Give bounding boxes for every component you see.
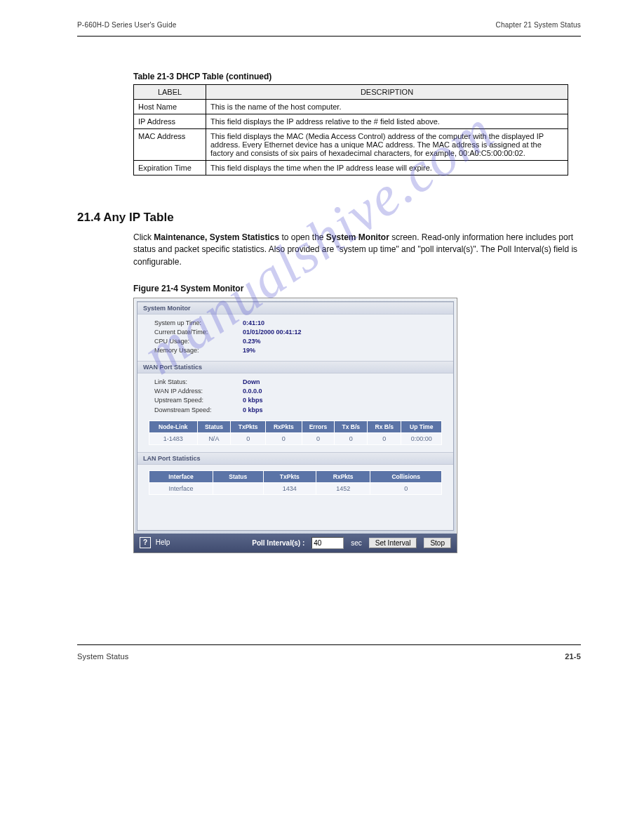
value-cpu: 0.23% bbox=[243, 337, 261, 346]
value-mem: 19% bbox=[243, 346, 255, 355]
label-mem: Memory Usage: bbox=[154, 346, 239, 355]
value-datetime: 01/01/2000 00:41:12 bbox=[243, 328, 302, 337]
label-downstream: Downstream Speed: bbox=[154, 406, 239, 415]
help-icon: ? bbox=[140, 537, 151, 548]
lan-stats-table: Interface Status TxPkts RxPkts Collision… bbox=[149, 470, 442, 495]
table-caption: Table 21-3 DHCP Table (continued) bbox=[133, 72, 581, 81]
system-monitor-screenshot: System Monitor System up Time:0:41:10 Cu… bbox=[133, 298, 457, 552]
body-bold: Maintenance, System Statistics bbox=[154, 232, 279, 242]
panel-header-wan: WAN Port Statistics bbox=[137, 361, 453, 373]
wan-th: TxPkts bbox=[231, 421, 266, 432]
wan-th: Node-Link bbox=[149, 421, 198, 432]
header-right: Chapter 21 System Status bbox=[495, 21, 581, 29]
panel-header-system-monitor: System Monitor bbox=[137, 302, 453, 315]
value-link-status: Down bbox=[243, 378, 260, 387]
stop-button[interactable]: Stop bbox=[424, 538, 451, 548]
poll-interval-unit: sec bbox=[351, 539, 362, 547]
wan-td: 0:00:00 bbox=[401, 432, 442, 444]
lan-td bbox=[213, 482, 263, 494]
wan-td: 0 bbox=[368, 432, 401, 444]
cell-desc: This field displays the IP address relat… bbox=[206, 114, 568, 129]
footer-left: System Status bbox=[77, 652, 129, 661]
page-footer: System Status 21-5 bbox=[77, 652, 581, 661]
th-label: LABEL bbox=[134, 85, 206, 100]
label-wan-ip: WAN IP Address: bbox=[154, 387, 239, 396]
wan-td: 0 bbox=[302, 432, 335, 444]
lan-th: RxPkts bbox=[316, 470, 370, 482]
table-row: IP Address This field displays the IP ad… bbox=[134, 114, 568, 129]
lan-td: 1434 bbox=[263, 482, 316, 494]
footer-right: 21-5 bbox=[565, 652, 581, 661]
set-interval-button[interactable]: Set Interval bbox=[369, 538, 417, 548]
label-cpu: CPU Usage: bbox=[154, 337, 239, 346]
value-wan-ip: 0.0.0.0 bbox=[243, 387, 262, 396]
section-body: Click Maintenance, System Statistics to … bbox=[133, 232, 581, 268]
bottom-toolbar: ? Help Poll Interval(s) : sec Set Interv… bbox=[134, 534, 457, 552]
wan-td: 0 bbox=[266, 432, 302, 444]
lan-row: Interface 1434 1452 0 bbox=[149, 482, 442, 494]
label-link-status: Link Status: bbox=[154, 378, 239, 387]
body-text: to open the bbox=[281, 232, 326, 242]
wan-th: Status bbox=[197, 421, 230, 432]
poll-interval-input[interactable] bbox=[311, 537, 344, 549]
value-upstream: 0 kbps bbox=[243, 396, 263, 405]
help-link[interactable]: ? Help bbox=[140, 537, 170, 548]
label-sys-uptime: System up Time: bbox=[154, 319, 239, 328]
wan-td: 0 bbox=[335, 432, 368, 444]
cell-label: IP Address bbox=[134, 114, 206, 129]
table-row: MAC Address This field displays the MAC … bbox=[134, 129, 568, 161]
poll-interval-label: Poll Interval(s) : bbox=[252, 539, 304, 547]
wan-th: RxPkts bbox=[266, 421, 302, 432]
body-text: Click bbox=[133, 232, 154, 242]
lan-th: Status bbox=[213, 470, 263, 482]
table-row: Host Name This is the name of the host c… bbox=[134, 100, 568, 114]
body-bold: System Monitor bbox=[326, 232, 389, 242]
th-desc: DESCRIPTION bbox=[206, 85, 568, 100]
section-heading: 21.4 Any IP Table bbox=[77, 211, 581, 225]
wan-td: 1-1483 bbox=[149, 432, 198, 444]
table-row: Expiration Time This field displays the … bbox=[134, 161, 568, 176]
panel-header-lan: LAN Port Statistics bbox=[137, 452, 453, 465]
wan-row: 1-1483 N/A 0 0 0 0 0 0:00:00 bbox=[149, 432, 442, 444]
header-rule bbox=[77, 36, 581, 37]
header-left: P-660H-D Series User's Guide bbox=[77, 21, 176, 29]
lan-th: Collisions bbox=[370, 470, 442, 482]
lan-th: TxPkts bbox=[263, 470, 316, 482]
wan-th: Tx B/s bbox=[335, 421, 368, 432]
wan-th: Rx B/s bbox=[368, 421, 401, 432]
lan-td: 1452 bbox=[316, 482, 370, 494]
cell-label: MAC Address bbox=[134, 129, 206, 161]
label-datetime: Current Date/Time: bbox=[154, 328, 239, 337]
cell-desc: This field displays the time when the IP… bbox=[206, 161, 568, 176]
footer-rule bbox=[77, 644, 581, 645]
lan-td: Interface bbox=[149, 482, 213, 494]
value-downstream: 0 kbps bbox=[243, 406, 263, 415]
figure-caption: Figure 21-4 System Monitor bbox=[133, 284, 581, 293]
label-upstream: Upstream Speed: bbox=[154, 396, 239, 405]
wan-td: N/A bbox=[197, 432, 230, 444]
value-sys-uptime: 0:41:10 bbox=[243, 319, 264, 328]
lan-th: Interface bbox=[149, 470, 213, 482]
lan-td: 0 bbox=[370, 482, 442, 494]
wan-th: Errors bbox=[302, 421, 335, 432]
help-label: Help bbox=[156, 538, 170, 546]
wan-th: Up Time bbox=[401, 421, 442, 432]
page-header: P-660H-D Series User's Guide Chapter 21 … bbox=[77, 21, 581, 29]
wan-stats-table: Node-Link Status TxPkts RxPkts Errors Tx… bbox=[149, 421, 442, 445]
wan-td: 0 bbox=[231, 432, 266, 444]
cell-desc: This field displays the MAC (Media Acces… bbox=[206, 129, 568, 161]
cell-label: Host Name bbox=[134, 100, 206, 114]
spec-table: LABEL DESCRIPTION Host Name This is the … bbox=[133, 84, 568, 176]
cell-label: Expiration Time bbox=[134, 161, 206, 176]
cell-desc: This is the name of the host computer. bbox=[206, 100, 568, 114]
